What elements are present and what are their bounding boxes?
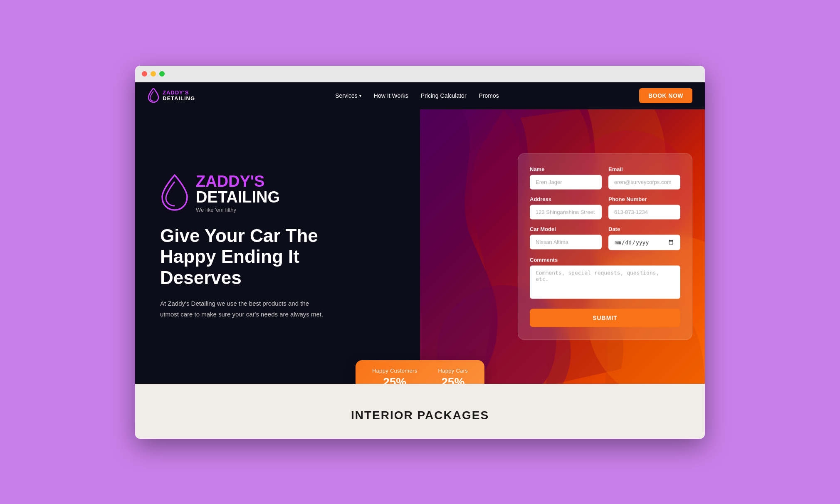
hero-brand-text: ZADDY'S DETAILING We like 'em filthy (196, 173, 280, 213)
car-model-label: Car Model (530, 226, 602, 232)
nav-item-promos[interactable]: Promos (479, 92, 499, 99)
bottom-section: INTERIOR PACKAGES (135, 384, 705, 439)
form-group-name: Name (530, 166, 602, 189)
form-row-name-email: Name Email (530, 166, 680, 189)
nav-link-services[interactable]: Services ▾ (335, 92, 361, 99)
close-dot[interactable] (142, 71, 147, 77)
car-model-input[interactable] (530, 235, 602, 249)
happy-cars-label: Happy Cars (438, 368, 468, 374)
submit-button[interactable]: SUBMIT (530, 309, 680, 327)
phone-label: Phone Number (608, 196, 680, 202)
nav-link-pricing[interactable]: Pricing Calculator (421, 92, 467, 99)
minimize-dot[interactable] (151, 71, 156, 77)
logo[interactable]: ZADDY'S DETAILING (148, 88, 195, 103)
hero-right: Name Email Address Phone Number (420, 109, 705, 384)
comments-textarea[interactable] (530, 265, 680, 299)
nav-link-how-it-works[interactable]: How It Works (374, 92, 408, 99)
form-group-date: Date (608, 226, 680, 250)
name-input[interactable] (530, 175, 602, 189)
stat-happy-cars: Happy Cars 25% (438, 368, 468, 384)
happy-customers-value: 25% (383, 376, 406, 384)
nav-item-pricing[interactable]: Pricing Calculator (421, 92, 467, 99)
book-now-button[interactable]: BOOK NOW (639, 88, 692, 103)
hero-headline: Give Your Car The Happy Ending It Deserv… (160, 225, 351, 289)
nav-link-promos[interactable]: Promos (479, 92, 499, 99)
address-input[interactable] (530, 205, 602, 219)
logo-detailing: DETAILING (163, 96, 195, 101)
nav-item-how-it-works[interactable]: How It Works (374, 92, 408, 99)
logo-zaddy: ZADDY'S (163, 90, 195, 96)
form-row-car-date: Car Model Date (530, 226, 680, 250)
maximize-dot[interactable] (159, 71, 165, 77)
comments-label: Comments (530, 257, 680, 263)
logo-icon (148, 88, 159, 103)
address-label: Address (530, 196, 602, 202)
form-group-phone: Phone Number (608, 196, 680, 219)
email-label: Email (608, 166, 680, 172)
nav-links: Services ▾ How It Works Pricing Calculat… (335, 92, 499, 99)
stat-happy-customers: Happy Customers 25% (372, 368, 418, 384)
phone-input[interactable] (608, 205, 680, 219)
hero-description: At Zaddy's Detailing we use the best pro… (160, 298, 326, 319)
stats-card: Happy Customers 25% Happy Cars 25% (356, 360, 484, 384)
hero-section: ZADDY'S DETAILING We like 'em filthy Giv… (135, 109, 705, 384)
section-title: INTERIOR PACKAGES (135, 409, 705, 422)
hero-brand-zaddy: ZADDY'S (196, 173, 280, 189)
browser-chrome (135, 66, 705, 82)
form-group-comments: Comments (530, 257, 680, 299)
happy-cars-value: 25% (441, 376, 464, 384)
form-group-address: Address (530, 196, 602, 219)
form-group-email: Email (608, 166, 680, 189)
hero-brand-icon (160, 174, 189, 212)
navbar: ZADDY'S DETAILING Services ▾ How It Work… (135, 82, 705, 109)
happy-customers-label: Happy Customers (372, 368, 418, 374)
hero-brand-tagline: We like 'em filthy (196, 207, 280, 213)
date-input[interactable] (608, 235, 680, 250)
form-group-car-model: Car Model (530, 226, 602, 250)
hero-brand: ZADDY'S DETAILING We like 'em filthy (160, 173, 395, 213)
email-input[interactable] (608, 175, 680, 189)
hero-brand-detailing: DETAILING (196, 189, 280, 205)
booking-form: Name Email Address Phone Number (518, 153, 692, 340)
logo-text: ZADDY'S DETAILING (163, 90, 195, 102)
nav-item-services[interactable]: Services ▾ (335, 92, 361, 99)
date-label: Date (608, 226, 680, 232)
form-row-address-phone: Address Phone Number (530, 196, 680, 219)
hero-left: ZADDY'S DETAILING We like 'em filthy Giv… (135, 109, 420, 384)
name-label: Name (530, 166, 602, 172)
chevron-down-icon: ▾ (359, 94, 361, 98)
